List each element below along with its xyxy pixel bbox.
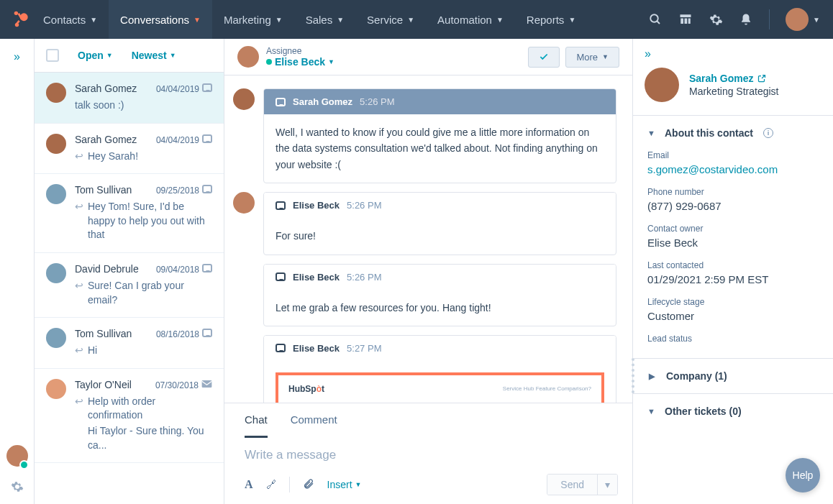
collapse-sidebar-icon[interactable]: » [645,47,651,60]
composer-tab-chat[interactable]: Chat [245,403,268,438]
contact-field: Lead status [647,334,819,344]
contact-name-link[interactable]: Sarah Gomez [689,73,779,84]
nav-reports[interactable]: Reports▼ [515,0,587,39]
contact-field: Contact ownerElise Beck [647,224,819,249]
contact-avatar [645,68,679,102]
settings-icon[interactable] [709,12,723,27]
conversation-item[interactable]: Tom Sullivan08/16/2018↩Hi [35,318,224,369]
sort-dropdown[interactable]: Newest▼ [132,50,176,61]
svg-rect-9 [685,19,688,24]
status-filter[interactable]: Open▼ [78,50,113,61]
sidebar-section[interactable]: ▼Other tickets (0) [633,393,833,429]
format-text-button[interactable]: A [245,478,253,491]
chat-icon [276,272,286,281]
expand-folders-icon[interactable]: » [14,50,20,63]
conversation-item[interactable]: Tom Sullivan09/25/2018↩Hey Tom! Sure, I'… [35,174,224,253]
svg-rect-8 [680,19,683,24]
assignee-picker[interactable]: Elise Beck▼ [266,56,334,68]
close-conversation-button[interactable] [528,47,560,68]
nav-marketing[interactable]: Marketing▼ [212,0,294,39]
message-row: Elise Beck5:27 PMHubSpòtService Hub Feat… [233,335,616,403]
nav-service[interactable]: Service▼ [355,0,426,39]
svg-point-1 [14,12,18,15]
contact-field: Lifecycle stageCustomer [647,297,819,322]
profile-avatar [786,8,809,31]
contact-field: Phone number(877) 929-0687 [647,187,819,212]
profile-menu[interactable]: ▼ [786,8,820,31]
conversation-item[interactable]: David Debrule09/04/2018↩Sure! Can I grab… [35,253,224,318]
contact-field: Last contacted01/29/2021 2:59 PM EST [647,260,819,285]
message-row: Sarah Gomez5:26 PMWell, I wanted to know… [233,88,616,183]
info-icon[interactable]: i [763,128,773,138]
conversation-avatar [46,83,66,103]
help-button[interactable]: Help [786,458,820,492]
conversation-item[interactable]: Sarah Gomez04/04/2019talk soon :) [35,73,224,124]
conversation-avatar [46,328,66,348]
conversation-avatar [46,184,66,204]
link-button[interactable]: 🔗︎ [266,479,276,490]
conversation-avatar [46,379,66,399]
search-icon[interactable] [648,12,663,27]
notifications-icon[interactable] [739,12,753,27]
send-button[interactable]: Send ▾ [547,474,618,495]
chat-icon [276,201,286,210]
hubspot-logo[interactable] [12,9,32,29]
insert-dropdown[interactable]: Insert▼ [327,479,362,490]
marketplace-icon[interactable] [678,12,693,27]
message-row: Elise Beck5:26 PMFor sure! [233,192,616,255]
conversation-avatar [46,263,66,283]
composer-tab-comment[interactable]: Comment [291,403,337,438]
svg-rect-7 [680,14,691,17]
nav-contacts[interactable]: Contacts▼ [32,0,109,39]
current-user-avatar[interactable] [6,445,28,469]
svg-rect-10 [688,19,691,24]
nav-automation[interactable]: Automation▼ [426,0,515,39]
message-row: Elise Beck5:26 PMLet me grab a few resou… [233,264,616,326]
external-link-icon [757,74,766,83]
rail-settings-icon[interactable] [11,480,24,495]
message-avatar [233,88,255,110]
chat-icon [276,98,286,106]
assignee-avatar [237,46,259,68]
attachment-button[interactable] [303,478,314,492]
nav-sales[interactable]: Sales▼ [294,0,355,39]
svg-line-6 [657,21,660,24]
contact-field: Emails.gomez@costarvideo.com [647,150,819,175]
svg-point-5 [650,14,658,22]
message-avatar [233,192,255,214]
svg-rect-11 [202,380,212,388]
sidebar-section[interactable]: ▶Company (1) [632,358,833,393]
assignee-label: Assignee [266,46,334,56]
select-all-checkbox[interactable] [46,49,59,62]
nav-conversations[interactable]: Conversations▼ [109,0,212,39]
more-actions-button[interactable]: More▼ [565,47,619,68]
contact-title: Marketing Strategist [689,86,779,97]
chat-icon [276,344,286,352]
about-contact-toggle[interactable]: ▼ About this contact i [647,127,819,139]
conversation-avatar [46,134,66,154]
conversation-item[interactable]: Sarah Gomez04/04/2019↩Hey Sarah! [35,124,224,175]
conversation-item[interactable]: Taylor O'Neil07/30/2018↩Help with order … [35,369,224,463]
message-input[interactable]: Write a message [224,438,632,468]
